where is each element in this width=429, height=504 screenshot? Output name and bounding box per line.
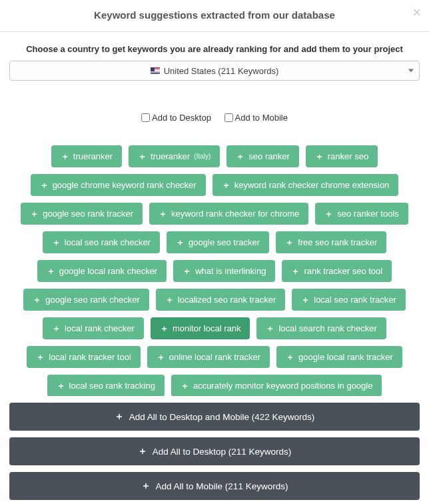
plus-icon: ＋: [160, 324, 169, 333]
plus-icon: ＋: [165, 295, 174, 304]
keyword-pill[interactable]: ＋localized seo rank tracker: [156, 289, 285, 311]
modal-title: Keyword suggestions extracted from our d…: [7, 9, 422, 21]
keyword-pill[interactable]: ＋google seo rank tracker: [21, 203, 143, 225]
keyword-pill[interactable]: ＋free seo rank tracker: [276, 231, 386, 253]
keyword-text: local seo rank tracking: [69, 381, 155, 390]
keyword-text: keyword rank checker for chrome: [171, 209, 299, 218]
keyword-text: local rank checker: [65, 324, 135, 333]
keyword-text: local seo rank tracker: [314, 295, 396, 304]
keyword-text: google local rank checker: [59, 267, 157, 275]
keyword-pill[interactable]: ＋local rank checker: [43, 317, 144, 339]
keyword-pill[interactable]: ＋accurately monitor keyword positions in…: [171, 375, 382, 397]
add-to-mobile-checkbox[interactable]: [224, 113, 233, 122]
plus-icon: ＋: [285, 238, 294, 247]
keyword-text: google seo rank checker: [45, 295, 140, 304]
add-to-desktop-label[interactable]: Add to Desktop: [141, 113, 211, 123]
add-all-mobile-button[interactable]: ＋ Add All to Mobile (211 Keywords): [9, 472, 420, 500]
keyword-text: google seo rank tracker: [43, 209, 133, 218]
keyword-pill[interactable]: ＋local rank tracker tool: [27, 346, 141, 368]
keyword-pill[interactable]: ＋keyword rank checker for chrome: [149, 203, 308, 225]
plus-icon: ＋: [115, 411, 124, 423]
plus-icon: ＋: [33, 295, 41, 304]
plus-icon: ＋: [176, 238, 185, 247]
keyword-pill[interactable]: ＋trueranker: [51, 145, 122, 167]
country-select[interactable]: United States (211 Keywords): [9, 61, 420, 81]
plus-icon: ＋: [222, 181, 230, 189]
keyword-pill[interactable]: ＋google local rank tracker: [276, 346, 402, 368]
keyword-pill[interactable]: ＋what is interlinking: [173, 260, 275, 282]
add-to-mobile-text: Add to Mobile: [235, 113, 288, 123]
chevron-down-icon: [408, 69, 414, 73]
modal-body: Choose a country to get keywords you are…: [0, 32, 429, 432]
plus-icon: ＋: [36, 353, 45, 361]
keyword-text: google chrome keyword rank checker: [53, 181, 197, 189]
plus-icon: ＋: [159, 209, 167, 218]
keyword-pill[interactable]: ＋seo ranker: [226, 145, 298, 167]
keyword-pill[interactable]: ＋google local rank checker: [37, 260, 167, 282]
footer-btn-label: Add All to Desktop (211 Keywords): [153, 447, 292, 457]
keyword-pill[interactable]: ＋google chrome keyword rank checker: [31, 174, 206, 196]
keyword-text: ranker seo: [328, 152, 368, 161]
keyword-pill-area: ＋trueranker＋trueranker(Italy)＋seo ranker…: [8, 145, 421, 425]
keyword-text: keyword rank checker chrome extension: [234, 181, 390, 189]
keyword-text: trueranker: [73, 152, 113, 161]
plus-icon: ＋: [183, 267, 191, 275]
plus-icon: ＋: [47, 267, 55, 275]
country-label: United States (211 Keywords): [164, 66, 279, 76]
keyword-text: trueranker: [151, 152, 190, 161]
plus-icon: ＋: [52, 238, 61, 247]
keyword-pill[interactable]: ＋online local rank tracker: [147, 346, 270, 368]
keyword-pill[interactable]: ＋keyword rank checker chrome extension: [213, 174, 399, 196]
keyword-pill[interactable]: ＋trueranker(Italy): [129, 145, 220, 167]
plus-icon: ＋: [315, 152, 324, 161]
keyword-pill[interactable]: ＋seo ranker tools: [315, 203, 408, 225]
keyword-text: accurately monitor keyword positions in …: [193, 381, 373, 390]
add-to-mobile-label[interactable]: Add to Mobile: [224, 113, 288, 123]
keyword-pill[interactable]: ＋google seo tracker: [167, 231, 269, 253]
keyword-text: what is interlinking: [195, 267, 266, 275]
keyword-pill[interactable]: ＋ranker seo: [306, 145, 378, 167]
keyword-text: google local rank tracker: [298, 353, 393, 361]
keyword-text: localized seo rank tracker: [178, 295, 276, 304]
plus-icon: ＋: [301, 295, 310, 304]
keyword-text: seo ranker tools: [337, 209, 399, 218]
keyword-subtext: (Italy): [194, 153, 211, 160]
plus-icon: ＋: [138, 152, 147, 161]
keyword-pill[interactable]: ＋local seo rank checker: [43, 231, 160, 253]
plus-icon: ＋: [40, 181, 49, 189]
plus-icon: ＋: [157, 353, 165, 361]
close-button[interactable]: ×: [412, 5, 421, 20]
flag-us-icon: [151, 67, 160, 74]
plus-icon: ＋: [57, 381, 65, 390]
add-to-desktop-checkbox[interactable]: [141, 113, 150, 122]
keyword-text: google seo tracker: [189, 238, 260, 247]
modal-footer: ＋ Add All to Desktop and Mobile (422 Key…: [0, 396, 429, 504]
plus-icon: ＋: [286, 353, 294, 361]
checkbox-row: Add to Desktop Add to Mobile: [8, 113, 421, 124]
keyword-text: rank tracker seo tool: [304, 267, 382, 275]
keyword-text: online local rank tracker: [169, 353, 260, 361]
add-to-desktop-text: Add to Desktop: [152, 113, 211, 123]
keyword-text: free seo rank tracker: [298, 238, 377, 247]
add-all-desktop-button[interactable]: ＋ Add All to Desktop (211 Keywords): [9, 437, 420, 465]
keyword-pill[interactable]: ＋rank tracker seo tool: [282, 260, 392, 282]
footer-btn-label: Add All to Desktop and Mobile (422 Keywo…: [129, 412, 314, 422]
keyword-pill[interactable]: ＋local seo rank tracker: [292, 289, 406, 311]
add-all-desktop-mobile-button[interactable]: ＋ Add All to Desktop and Mobile (422 Key…: [9, 403, 420, 431]
plus-icon: ＋: [291, 267, 300, 275]
instruction-text: Choose a country to get keywords you are…: [8, 44, 421, 54]
footer-btn-label: Add All to Mobile (211 Keywords): [156, 481, 288, 491]
keyword-pill[interactable]: ＋google seo rank checker: [23, 289, 149, 311]
plus-icon: ＋: [266, 324, 274, 333]
keyword-pill[interactable]: ＋local seo rank tracking: [47, 375, 165, 397]
plus-icon: ＋: [52, 324, 61, 333]
keyword-pill[interactable]: ＋monitor local rank: [151, 317, 250, 339]
plus-icon: ＋: [141, 480, 151, 492]
keyword-text: local search rank checker: [278, 324, 376, 333]
keyword-text: local seo rank checker: [65, 238, 151, 247]
plus-icon: ＋: [30, 209, 39, 218]
keyword-pill[interactable]: ＋local search rank checker: [256, 317, 386, 339]
keyword-text: seo ranker: [248, 152, 289, 161]
keyword-text: monitor local rank: [173, 324, 241, 333]
plus-icon: ＋: [324, 209, 333, 218]
